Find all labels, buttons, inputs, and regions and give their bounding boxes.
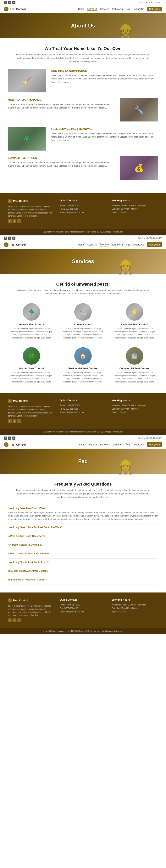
faq-item-4: Is Pest Control Safe for Kids and Pets? xyxy=(8,550,158,559)
footer-faq: 🐛 Pest Control It uses a dictionary of o… xyxy=(0,592,166,628)
nav-contact[interactable]: Contact Us xyxy=(133,8,144,10)
faq-question-5[interactable]: How Long Should Pest Control Last? xyxy=(8,561,158,564)
feature-desc-2: Lorem ipsum dolor sit amet, consectetur … xyxy=(8,103,115,110)
service-name-garden: Garden Pest Control xyxy=(10,367,53,370)
footer-fb-icon-f[interactable]: f xyxy=(8,618,11,622)
footer-bottom-services: Copyright © domainname.com, All Rights R… xyxy=(0,429,166,435)
faq-question-2[interactable]: Is Pest Control Really Necessary? xyxy=(8,535,158,537)
hero-faq: 👷 Faq xyxy=(0,449,166,474)
nav-contact-f[interactable]: Contact Us xyxy=(133,443,144,446)
instagram-icon[interactable]: in xyxy=(12,1,15,4)
nav-testimonial[interactable]: Testimonial xyxy=(112,8,123,10)
footer-contact-col: Quick Contact Phone: 1-800-987-3232 Fax:… xyxy=(60,199,106,223)
faq-question-6[interactable]: What Can I Clean After Pest Control? xyxy=(8,569,158,572)
footer-social-services[interactable]: f t in xyxy=(8,419,54,423)
phone-services: Call Us: +1-800-234-5500 xyxy=(138,237,162,239)
faq-question-1[interactable]: How Long Does It Take For Pest Control t… xyxy=(8,526,158,529)
footer-in-icon[interactable]: in xyxy=(17,219,21,223)
service-img-general: 🪲 xyxy=(23,303,40,321)
nav-about-s[interactable]: About Us xyxy=(87,243,97,246)
nav-home-f[interactable]: Home xyxy=(79,443,85,446)
get-quote-button-f[interactable]: Get Quote xyxy=(147,442,162,447)
footer-hours-col-f: Working Hours Monday to Friday: 09:00 AM… xyxy=(112,598,158,622)
services-main-subtitle: All you are at accusamus et iusto odio d… xyxy=(15,289,151,296)
nav-about[interactable]: About Us xyxy=(87,7,97,11)
facebook-icon[interactable]: f xyxy=(4,1,7,4)
get-quote-button[interactable]: Get Quote xyxy=(147,7,162,11)
get-quote-button-s[interactable]: Get Quote xyxy=(147,242,162,247)
footer-bottom-faq: Copyright © domainname.com, All Rights R… xyxy=(0,628,166,634)
faq-item-6: What Can I Clean After Pest Control? xyxy=(8,567,158,576)
about-section: We Treat Your Home Like It's Our Own The… xyxy=(0,38,166,193)
footer-hours2: Saturday: 09:00 AM - 03:00pm xyxy=(112,207,158,211)
nav-testimonial-f[interactable]: Testimonial xyxy=(112,443,123,446)
footer-fb-icon[interactable]: f xyxy=(8,219,11,223)
faq-question-0[interactable]: How Long Does Pest Control Take? xyxy=(8,507,158,510)
footer-social-about[interactable]: f t in xyxy=(8,219,54,223)
nav-services[interactable]: Services xyxy=(100,8,109,10)
in-icon-s[interactable]: in xyxy=(12,237,15,240)
fb-icon-s[interactable]: f xyxy=(4,237,7,240)
feature-text-fullservice: FULL SERVICE PEST REMOVAL Lorem ipsum do… xyxy=(51,127,158,142)
brand-name: Pest Control xyxy=(10,7,26,11)
brand-logo[interactable]: 🐛 Pest Control xyxy=(4,7,26,11)
service-name-rodent: Rodent Control xyxy=(61,323,105,326)
nav-faq-f[interactable]: Faq xyxy=(126,443,130,446)
faq-section: Frequently Asked Questions There are man… xyxy=(0,474,166,592)
footer-about: 🐛 Pest Control It uses a dictionary of o… xyxy=(0,193,166,229)
nav-home-s[interactable]: Home xyxy=(78,243,85,246)
footer-tw-icon[interactable]: t xyxy=(12,219,16,223)
faq-question-7[interactable]: Will Rain Wash Away Pest Control? xyxy=(8,578,158,581)
navbar-faq: 🐛 Pest Control Home About Us Services Te… xyxy=(0,441,166,449)
footer-hours3-s: Sunday: Closed xyxy=(112,411,158,414)
social-links[interactable]: f t in xyxy=(4,1,15,4)
nav-testimonial-s[interactable]: Testimonial xyxy=(112,243,123,246)
fb-icon-f[interactable]: f xyxy=(4,436,7,440)
feature-title-2: MONTHLY MAINTENANCE xyxy=(8,98,115,101)
faq-question-4[interactable]: Is Pest Control Safe for Kids and Pets? xyxy=(8,552,158,555)
footer-phone1-f: Phone: 1-800-987-3232 xyxy=(60,603,106,607)
brand-icon-services: 🐛 xyxy=(4,242,8,247)
nav-contact-s[interactable]: Contact Us xyxy=(133,243,144,246)
footer-hours-title-s: Working Hours xyxy=(112,399,158,402)
service-img-commercial: 🏢 xyxy=(126,347,143,365)
nav-faq-s[interactable]: Faq xyxy=(126,243,130,246)
footer-fax: Fax: 1-800-321-9182 xyxy=(60,207,106,211)
footer-fb-icon-s[interactable]: f xyxy=(8,419,11,423)
tw-icon-s[interactable]: t xyxy=(8,237,11,240)
feature-desc-4: Lorem ipsum dolor sit amet, consectetur … xyxy=(8,161,115,168)
footer-social-faq[interactable]: f t in xyxy=(8,618,54,622)
footer-brand-icon-s: 🐛 xyxy=(8,399,12,403)
footer-copyright-faq: Copyright © domainname.com, All Rights R… xyxy=(42,630,123,632)
footer-hours1: Monday to Friday: 09:00 AM - 11:00 pm xyxy=(112,204,158,207)
tw-icon-f[interactable]: t xyxy=(8,436,11,440)
footer-tw-icon-f[interactable]: t xyxy=(12,618,16,622)
feature-title-4: COMPETITIVE PRICES xyxy=(8,156,115,159)
footer-in-icon-s[interactable]: in xyxy=(17,419,21,423)
footer-phone1: Phone: 1-800-987-3232 xyxy=(60,204,106,207)
twitter-icon[interactable]: t xyxy=(8,1,11,4)
social-links-services[interactable]: f t in xyxy=(4,237,15,240)
faq-answer-0: There are many variations of passages of… xyxy=(8,511,158,521)
nav-services-s[interactable]: Services xyxy=(99,243,109,246)
nav-faq[interactable]: Faq xyxy=(126,8,130,10)
nav-home[interactable]: Home xyxy=(78,8,84,10)
nav-services-f[interactable]: Services xyxy=(100,443,109,446)
footer-tw-icon-s[interactable]: t xyxy=(12,419,16,423)
footer-contact-title-s: Quick Contact xyxy=(60,399,106,402)
service-img-exclusive: ⭐ xyxy=(126,303,143,321)
brand-name-faq: Pest Control xyxy=(10,443,26,446)
service-name-residential: Residential Pest Control xyxy=(61,367,105,370)
brand-logo-services[interactable]: 🐛 Pest Control xyxy=(4,242,26,247)
in-icon-f[interactable]: in xyxy=(12,436,15,440)
faq-question-3[interactable]: Are Pests Getting in My Home? xyxy=(8,544,158,546)
service-img-residential: 🏠 xyxy=(74,347,92,365)
nav-about-f[interactable]: About Us xyxy=(88,443,97,446)
brand-logo-faq[interactable]: 🐛 Pest Control xyxy=(4,442,26,447)
feature-img-extermination: 🧹 xyxy=(8,69,46,92)
faq-item-1: How Long Does It Take For Pest Control t… xyxy=(8,524,158,532)
footer-in-icon-f[interactable]: in xyxy=(17,618,21,622)
footer-email-s: Email: info@smailname.com xyxy=(60,411,106,414)
social-links-faq[interactable]: f t in xyxy=(4,436,15,440)
footer-brand-f: 🐛 Pest Control xyxy=(8,598,54,602)
